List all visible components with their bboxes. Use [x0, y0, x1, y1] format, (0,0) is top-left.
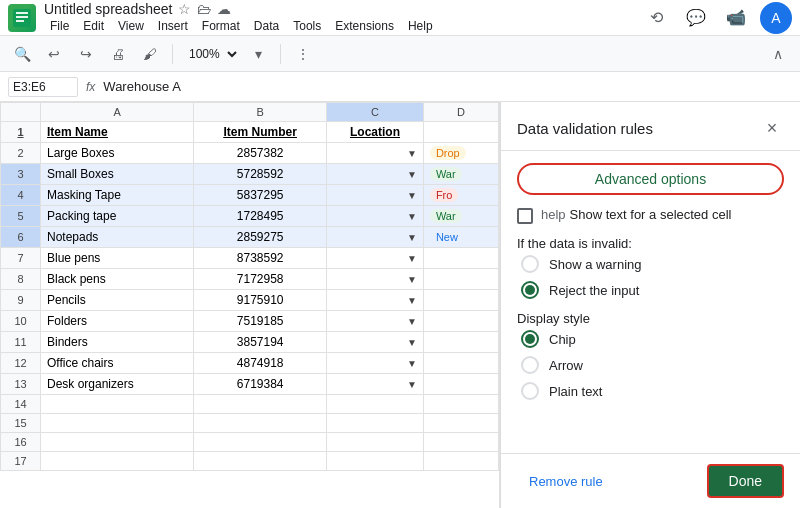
- cell-c5[interactable]: ▼: [327, 206, 424, 227]
- zoom-select[interactable]: 100% 75% 125%: [181, 44, 240, 64]
- zoom-dropdown-icon[interactable]: ▾: [244, 40, 272, 68]
- cell-a12[interactable]: Office chairs: [41, 353, 194, 374]
- cell-b13[interactable]: 6719384: [194, 374, 327, 395]
- cell-a6[interactable]: Notepads: [41, 227, 194, 248]
- cell-c12[interactable]: ▼: [327, 353, 424, 374]
- cell-a5[interactable]: Packing tape: [41, 206, 194, 227]
- col-header-d[interactable]: D: [423, 103, 498, 122]
- history-icon[interactable]: ⟲: [640, 2, 672, 34]
- cell-b11[interactable]: 3857194: [194, 332, 327, 353]
- cell-a3[interactable]: Small Boxes: [41, 164, 194, 185]
- invalid-section-label: If the data is invalid:: [517, 236, 784, 251]
- cell-b4[interactable]: 5837295: [194, 185, 327, 206]
- more-toolbar-btn[interactable]: ⋮: [289, 40, 317, 68]
- close-panel-btn[interactable]: ×: [760, 116, 784, 140]
- video-call-icon[interactable]: 📹: [720, 2, 752, 34]
- cell-c6[interactable]: ▼: [327, 227, 424, 248]
- print-btn[interactable]: 🖨: [104, 40, 132, 68]
- cell-d2: Drop: [423, 143, 498, 164]
- cell-b10[interactable]: 7519185: [194, 311, 327, 332]
- cloud-icon[interactable]: ☁: [217, 1, 231, 17]
- radio-arrow[interactable]: Arrow: [521, 356, 784, 374]
- cell-b3[interactable]: 5728592: [194, 164, 327, 185]
- cell-c16: [327, 433, 424, 452]
- cell-b1[interactable]: Item Number: [194, 122, 327, 143]
- collapse-btn[interactable]: ∧: [764, 40, 792, 68]
- col-header-c[interactable]: C: [327, 103, 424, 122]
- sheet-table: A B C D 1 Item Name Item Number Location: [0, 102, 499, 471]
- cell-reference[interactable]: E3:E6: [8, 77, 78, 97]
- corner-header: [1, 103, 41, 122]
- cell-c3[interactable]: ▼: [327, 164, 424, 185]
- row-num-15: 15: [1, 414, 41, 433]
- menu-insert[interactable]: Insert: [152, 17, 194, 35]
- menu-tools[interactable]: Tools: [287, 17, 327, 35]
- cell-a8[interactable]: Black pens: [41, 269, 194, 290]
- star-icon[interactable]: ☆: [178, 1, 191, 17]
- cell-c9[interactable]: ▼: [327, 290, 424, 311]
- invalid-radio-group: Show a warning Reject the input: [517, 255, 784, 299]
- undo-btn[interactable]: ↩: [40, 40, 68, 68]
- cell-a7[interactable]: Blue pens: [41, 248, 194, 269]
- redo-btn[interactable]: ↪: [72, 40, 100, 68]
- cell-b7[interactable]: 8738592: [194, 248, 327, 269]
- cell-b8[interactable]: 7172958: [194, 269, 327, 290]
- menu-view[interactable]: View: [112, 17, 150, 35]
- cell-a2[interactable]: Large Boxes: [41, 143, 194, 164]
- cell-d5: War: [423, 206, 498, 227]
- cell-a11[interactable]: Binders: [41, 332, 194, 353]
- remove-rule-button[interactable]: Remove rule: [517, 468, 615, 495]
- cell-c10[interactable]: ▼: [327, 311, 424, 332]
- cell-c7[interactable]: ▼: [327, 248, 424, 269]
- row-num-17: 17: [1, 452, 41, 471]
- cell-a16[interactable]: [41, 433, 194, 452]
- folder-icon[interactable]: 🗁: [197, 1, 211, 17]
- cell-a9[interactable]: Pencils: [41, 290, 194, 311]
- panel-header: Data validation rules ×: [501, 102, 800, 151]
- cell-a10[interactable]: Folders: [41, 311, 194, 332]
- radio-plain-text[interactable]: Plain text: [521, 382, 784, 400]
- radio-reject-input[interactable]: Reject the input: [521, 281, 784, 299]
- cell-a1[interactable]: Item Name: [41, 122, 194, 143]
- menu-format[interactable]: Format: [196, 17, 246, 35]
- cell-a13[interactable]: Desk organizers: [41, 374, 194, 395]
- menu-edit[interactable]: Edit: [77, 17, 110, 35]
- display-style-radio-group: Chip Arrow Plain text: [517, 330, 784, 400]
- help-text-label: help Show text for a selected cell: [541, 207, 731, 222]
- advanced-options-button[interactable]: Advanced options: [517, 163, 784, 195]
- cell-b9[interactable]: 9175910: [194, 290, 327, 311]
- cell-d1[interactable]: [423, 122, 498, 143]
- cell-c13[interactable]: ▼: [327, 374, 424, 395]
- radio-show-warning[interactable]: Show a warning: [521, 255, 784, 273]
- col-header-a[interactable]: A: [41, 103, 194, 122]
- cell-a4[interactable]: Masking Tape: [41, 185, 194, 206]
- paint-format-btn[interactable]: 🖌: [136, 40, 164, 68]
- done-button[interactable]: Done: [707, 464, 784, 498]
- formula-content[interactable]: Warehouse A: [103, 79, 792, 94]
- menu-extensions[interactable]: Extensions: [329, 17, 400, 35]
- cell-c1[interactable]: Location: [327, 122, 424, 143]
- user-avatar[interactable]: A: [760, 2, 792, 34]
- help-text-checkbox[interactable]: [517, 208, 533, 224]
- cell-a17[interactable]: [41, 452, 194, 471]
- cell-a14[interactable]: [41, 395, 194, 414]
- menu-data[interactable]: Data: [248, 17, 285, 35]
- cell-c8[interactable]: ▼: [327, 269, 424, 290]
- data-validation-panel: Data validation rules × Advanced options…: [500, 102, 800, 508]
- row-num-8: 8: [1, 269, 41, 290]
- menu-help[interactable]: Help: [402, 17, 439, 35]
- cell-c11[interactable]: ▼: [327, 332, 424, 353]
- menu-file[interactable]: File: [44, 17, 75, 35]
- cell-c2[interactable]: ▼: [327, 143, 424, 164]
- cell-a15[interactable]: [41, 414, 194, 433]
- search-toolbar-btn[interactable]: 🔍: [8, 40, 36, 68]
- cell-b12[interactable]: 4874918: [194, 353, 327, 374]
- radio-chip[interactable]: Chip: [521, 330, 784, 348]
- cell-b6[interactable]: 2859275: [194, 227, 327, 248]
- comments-icon[interactable]: 💬: [680, 2, 712, 34]
- cell-b14: [194, 395, 327, 414]
- cell-c4[interactable]: ▼: [327, 185, 424, 206]
- cell-b2[interactable]: 2857382: [194, 143, 327, 164]
- col-header-b[interactable]: B: [194, 103, 327, 122]
- cell-b5[interactable]: 1728495: [194, 206, 327, 227]
